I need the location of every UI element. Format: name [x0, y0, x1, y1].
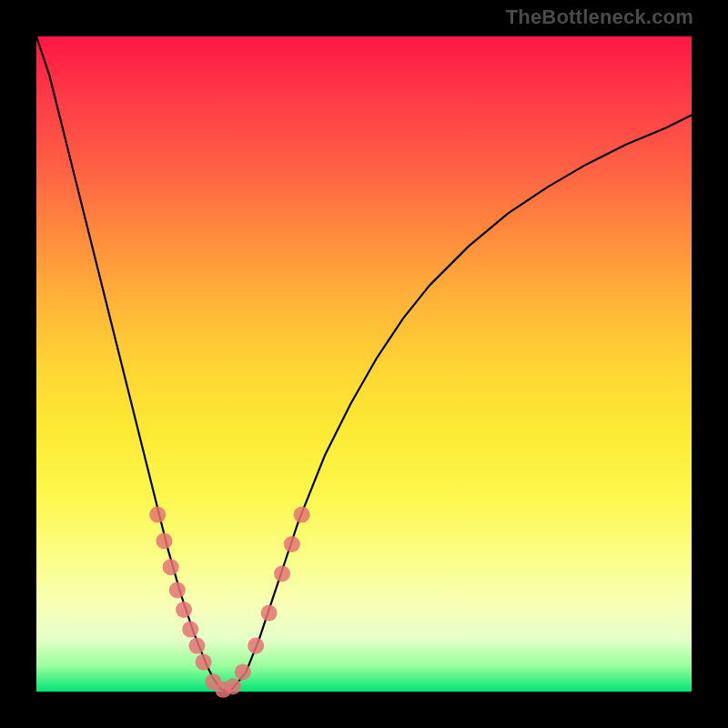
marker-point [176, 602, 192, 618]
chart-plot [36, 36, 692, 692]
marker-point [248, 638, 264, 654]
marker-point [225, 678, 241, 694]
marker-point [188, 638, 205, 654]
marker-point [274, 565, 290, 581]
marker-point [284, 536, 300, 552]
marker-point [261, 605, 278, 622]
marker-point [149, 507, 166, 523]
marker-point [196, 654, 212, 671]
marker-point [235, 663, 251, 680]
bottleneck-curve [36, 36, 692, 692]
watermark-text: TheBottleneck.com [506, 5, 693, 29]
marker-point [169, 581, 186, 598]
marker-point [156, 532, 172, 549]
marker-point [163, 559, 179, 575]
marker-point [182, 622, 198, 638]
marker-point [294, 507, 310, 523]
